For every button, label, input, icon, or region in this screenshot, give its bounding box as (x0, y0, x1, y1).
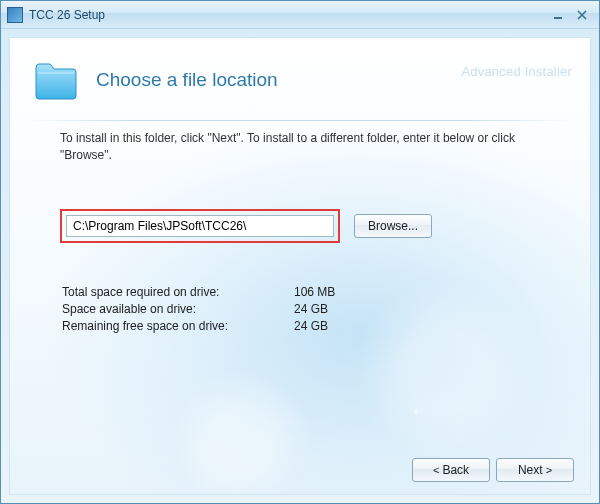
minimize-button[interactable] (547, 6, 569, 24)
content-panel: Advanced Installer Choose a (9, 37, 591, 495)
chevron-left-icon: < (433, 464, 439, 476)
close-button[interactable] (571, 6, 593, 24)
install-path-input[interactable] (66, 215, 334, 237)
available-label: Space available on drive: (62, 302, 292, 317)
titlebar[interactable]: TCC 26 Setup (1, 1, 599, 29)
body-area: To install in this folder, click "Next".… (10, 112, 590, 336)
app-icon (7, 7, 23, 23)
content-outer: Advanced Installer Choose a (1, 29, 599, 503)
folder-icon (32, 58, 80, 102)
back-label: Back (442, 463, 469, 477)
remaining-value: 24 GB (294, 319, 335, 334)
setup-window: TCC 26 Setup Advanced Installer (0, 0, 600, 504)
window-title: TCC 26 Setup (29, 8, 545, 22)
path-highlight (60, 209, 340, 243)
disk-stats: Total space required on drive: 106 MB Sp… (60, 283, 550, 336)
next-label: Next (518, 463, 543, 477)
footer-buttons: < Back Next > (412, 458, 574, 482)
required-label: Total space required on drive: (62, 285, 292, 300)
browse-button[interactable]: Browse... (354, 214, 432, 238)
back-button[interactable]: < Back (412, 458, 490, 482)
page-heading: Choose a file location (96, 69, 278, 91)
watermark-text: Advanced Installer (461, 64, 572, 79)
remaining-label: Remaining free space on drive: (62, 319, 292, 334)
svg-rect-0 (554, 17, 562, 19)
required-value: 106 MB (294, 285, 335, 300)
divider (28, 120, 572, 121)
available-value: 24 GB (294, 302, 335, 317)
chevron-right-icon: > (546, 464, 552, 476)
instruction-text: To install in this folder, click "Next".… (60, 130, 550, 165)
next-button[interactable]: Next > (496, 458, 574, 482)
path-row: Browse... (60, 209, 550, 243)
